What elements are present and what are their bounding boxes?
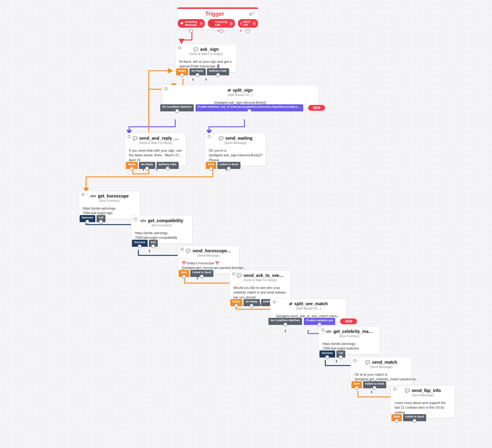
anchor-in[interactable] [134, 218, 137, 221]
node-title: split_sign [233, 88, 253, 93]
port-incoming-message[interactable]: 💬 Incoming Message ? [178, 19, 205, 28]
code-icon: </> [90, 194, 96, 198]
out-success[interactable]: Success [80, 215, 95, 222]
anchor-in[interactable] [128, 135, 131, 138]
new-condition-button[interactable]: NEW [340, 318, 357, 324]
out-delivery-fails[interactable]: Delivery Fails [157, 162, 179, 169]
anchor-in[interactable] [232, 272, 235, 275]
chat-icon: 💬 [193, 47, 198, 52]
node-title: send_horoscope… [192, 248, 231, 253]
code-icon: </> [140, 218, 146, 223]
chat-icon: 💬 [219, 136, 224, 141]
new-condition-button[interactable]: NEW [308, 105, 325, 111]
chat-icon: 💬 [186, 249, 191, 253]
node-title: send_match [372, 360, 397, 365]
trigger-title: Trigger [205, 11, 224, 17]
node-get-horoscope[interactable]: </>get_horoscope (Run Function) https://… [79, 191, 140, 219]
node-send-lbp-info[interactable]: 💬send_lbp_info (Send Message) Learn more… [391, 385, 455, 418]
node-ask-sign[interactable]: 💬ask_sign (Send & Wait For Reply) Hi the… [175, 44, 237, 72]
node-subtype: (Send & Wait For Reply) [230, 278, 291, 284]
node-subtype: (Send & Wait For Reply) [176, 52, 236, 58]
node-subtype: (Send Message) [178, 254, 239, 259]
out-no-condition[interactable]: No Condition Matches [268, 318, 302, 325]
out-success[interactable]: Success [319, 350, 335, 358]
node-title: get_horoscope [98, 194, 129, 198]
out-failed[interactable]: Failed to Send [190, 270, 214, 277]
node-send-waiting[interactable]: 💬send_waiting (Send Message) Oh you're a… [205, 133, 266, 166]
node-title: get_celebrity_ma… [333, 329, 373, 334]
node-subtype: (Send Message) [205, 141, 266, 146]
node-subtype: (Run Function) [131, 224, 192, 229]
node-subtype: (Send Message) [391, 394, 455, 399]
anchor-in[interactable] [273, 301, 276, 304]
node-send-horoscope[interactable]: 💬send_horoscope… (Send Message) 📅Today's… [178, 246, 239, 274]
split-icon: ⇄ [289, 302, 292, 306]
out-sent[interactable]: Sent [179, 270, 189, 277]
chat-icon: 💬 [237, 273, 242, 278]
node-split-see-match[interactable]: ⇄split_see_match (Split Based On...) {{w… [270, 298, 347, 322]
node-send-match[interactable]: 💬send_match (Send Message) Oh la la your… [351, 357, 412, 385]
anchor-in[interactable] [178, 46, 181, 49]
out-failed[interactable]: Failed to Send [363, 381, 387, 388]
node-subtype: (Run Function) [319, 334, 380, 340]
anchor-in[interactable] [165, 87, 168, 90]
port-rest-api[interactable]: ⟠ REST API ? [238, 19, 258, 28]
anchor-in[interactable] [353, 359, 356, 362]
out-fail[interactable]: Fail [97, 215, 106, 222]
out-failed[interactable]: Failed to Send [217, 162, 241, 169]
out-condition-yes[interactable]: If value contains yes [304, 318, 335, 325]
flow-canvas[interactable]: { "trigger": { "title": "Trigger", "port… [0, 0, 492, 448]
out-no-reply[interactable]: No Reply [244, 299, 260, 306]
out-reply[interactable]: Reply [126, 162, 138, 169]
node-subtype: (Send Message) [351, 365, 412, 370]
out-sent[interactable]: Sent [391, 414, 402, 421]
out-no-condition[interactable]: No Condition Matches [160, 104, 194, 111]
out-delivery-fails[interactable]: Delivery Fails [207, 68, 229, 75]
anchor-in[interactable] [393, 387, 396, 390]
node-title: split_see_match [294, 301, 328, 306]
out-failed[interactable]: Failed to Send [403, 414, 427, 421]
node-title: send_ask_to_see… [244, 273, 284, 278]
node-title: ask_sign [200, 47, 219, 52]
node-title: send_waiting [225, 136, 253, 141]
out-success[interactable]: Success [132, 240, 148, 247]
node-title: get_compatibility [148, 218, 183, 223]
chat-icon: 💬 [405, 388, 410, 393]
node-get-celebrity-match[interactable]: </>get_celebrity_ma… (Run Function) http… [319, 326, 380, 354]
chat-icon: 💬 [133, 136, 137, 141]
node-subtype: (Run Function) [79, 199, 140, 204]
node-split-sign[interactable]: ⇄split_sign (Split Based On...) {{widget… [162, 85, 319, 108]
node-get-compatibility[interactable]: </>get_compatibility (Run Function) http… [131, 215, 192, 244]
node-title: send_lbp_info [412, 388, 441, 393]
node-subtype: (Split Based On...) [162, 93, 318, 98]
anchor-in[interactable] [181, 248, 184, 251]
out-fail[interactable]: Fail [149, 240, 158, 247]
out-no-reply[interactable]: No Reply [189, 68, 206, 75]
code-icon: </> [326, 329, 331, 334]
out-sent[interactable]: Sent [206, 162, 216, 169]
node-subtype: (Split Based On...) [270, 307, 347, 312]
anchor-in[interactable] [208, 135, 211, 138]
split-icon: ⇄ [228, 88, 231, 93]
gear-icon[interactable]: ⚙⚙ [249, 12, 255, 17]
out-reply[interactable]: Reply [230, 299, 242, 306]
chat-icon: 💬 [365, 360, 370, 365]
port-incoming-call[interactable]: 📞 Incoming Call ? [208, 19, 235, 28]
trigger-node[interactable]: Trigger ⚙⚙ 💬 Incoming Message ? 📞 Incomi… [177, 7, 258, 30]
node-subtype: (Send & Wait For Reply) [125, 141, 186, 146]
out-reply[interactable]: Reply [176, 68, 188, 75]
anchor-in[interactable] [81, 193, 85, 196]
out-no-reply[interactable]: No Reply [139, 162, 155, 169]
out-fail[interactable]: Fail [336, 350, 346, 358]
anchor-in[interactable] [321, 328, 324, 331]
node-send-and-reply[interactable]: 💬send_and_reply_… (Send & Wait For Reply… [125, 133, 186, 166]
out-sent[interactable]: Sent [351, 381, 362, 388]
node-title: send_and_reply_… [139, 136, 179, 141]
out-condition-match[interactable]: If value matches_any_of aries,taurus,gem… [196, 104, 303, 111]
